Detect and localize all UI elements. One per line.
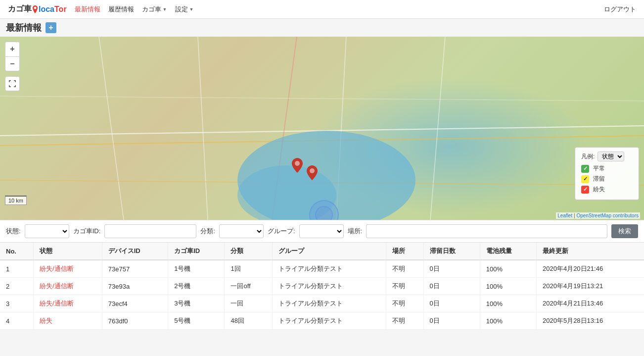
page-title: 最新情報 — [6, 22, 42, 34]
col-device-id: デバイスID — [102, 243, 168, 260]
cell-cargo-id: 2号機 — [168, 278, 225, 295]
nav-current[interactable]: 最新情報 — [75, 5, 100, 14]
cell-no: 3 — [0, 295, 33, 312]
leaflet-link[interactable]: Leaflet — [557, 213, 572, 218]
legend-item-stay: ✓ 滞留 — [581, 175, 633, 183]
cell-device-id: 73ecf4 — [102, 295, 168, 312]
col-no: No. — [0, 243, 33, 260]
svg-point-12 — [310, 168, 315, 173]
table-row[interactable]: 4 紛失 763df0 5号機 48回 トライアル分類テスト 不明 0日 100… — [0, 312, 644, 330]
table-row[interactable]: 3 紛失/通信断 73ecf4 3号機 一回 トライアル分類テスト 不明 0日 … — [0, 295, 644, 312]
settings-dropdown-arrow-icon: ▼ — [189, 7, 194, 12]
cargo-id-filter-input[interactable] — [104, 224, 196, 238]
map-zoom-controls: + − — [5, 42, 20, 71]
cell-cargo-id: 5号機 — [168, 312, 225, 330]
cell-status: 紛失/通信断 — [33, 260, 102, 278]
add-tab-button[interactable]: + — [46, 22, 56, 33]
search-button[interactable]: 検索 — [611, 224, 638, 238]
col-stay-days: 滞留日数 — [423, 243, 480, 260]
legend-type-select[interactable]: 状態 — [598, 152, 624, 161]
logo: カゴ車 locaTor — [8, 4, 67, 14]
col-cargo-id: カゴ車ID — [168, 243, 225, 260]
nav-history[interactable]: 履歴情報 — [108, 5, 134, 14]
svg-line-3 — [198, 37, 208, 220]
zoom-in-button[interactable]: + — [5, 42, 20, 56]
cell-cargo-id: 1号機 — [168, 260, 225, 278]
legend-checkbox-stay[interactable]: ✓ — [581, 175, 589, 183]
legend-label: 凡例: — [581, 153, 595, 161]
cell-stay-days: 0日 — [423, 278, 480, 295]
cell-place: 不明 — [386, 312, 423, 330]
cell-stay-days: 0日 — [423, 260, 480, 278]
legend-label-normal: 平常 — [593, 164, 605, 173]
cell-last-update: 2020年4月21日13:46 — [536, 295, 644, 312]
map-roads-overlay — [0, 37, 644, 220]
cell-last-update: 2020年5月28日13:16 — [536, 312, 644, 330]
col-battery: 電池残量 — [480, 243, 536, 260]
place-filter-label: 場所: — [348, 227, 363, 236]
logo-pin-icon — [32, 5, 38, 13]
status-filter-select[interactable] — [25, 224, 69, 238]
filter-bar: 状態: カゴ車ID: 分類: グループ: 場所: 検索 — [0, 220, 644, 243]
cell-device-id: 763df0 — [102, 312, 168, 330]
svg-point-11 — [295, 161, 300, 166]
map-background — [0, 37, 644, 220]
nav-cargo-dropdown[interactable]: カゴ車 ▼ — [142, 5, 167, 14]
legend-checkbox-lost[interactable]: ✓ — [581, 186, 589, 194]
map-container[interactable]: + − 10 km 凡例: 状態 ✓ 平常 — [0, 37, 644, 220]
cell-place: 不明 — [386, 295, 423, 312]
osm-link[interactable]: OpenStreetMap contributors — [576, 213, 639, 218]
map-attribution: Leaflet | OpenStreetMap contributors — [556, 212, 640, 219]
cell-battery: 100% — [480, 295, 536, 312]
cell-battery: 100% — [480, 312, 536, 330]
fullscreen-button[interactable] — [5, 76, 20, 91]
cell-group: トライアル分類テスト — [273, 295, 386, 312]
cell-group: トライアル分類テスト — [273, 260, 386, 278]
col-group: グループ — [273, 243, 386, 260]
col-status: 状態 — [33, 243, 102, 260]
svg-line-2 — [99, 37, 124, 220]
col-category: 分類 — [225, 243, 273, 260]
cell-device-id: 73e757 — [102, 260, 168, 278]
nav-settings-dropdown[interactable]: 設定 ▼ — [175, 5, 194, 14]
cell-cargo-id: 3号機 — [168, 295, 225, 312]
cell-battery: 100% — [480, 278, 536, 295]
cell-place: 不明 — [386, 260, 423, 278]
logout-button[interactable]: ログアウト — [604, 5, 636, 14]
legend-checkbox-normal[interactable]: ✓ — [581, 165, 589, 173]
header: カゴ車 locaTor 最新情報 履歴情報 カゴ車 ▼ 設定 ▼ ログアウト — [0, 0, 644, 19]
legend-item-lost: ✓ 紛失 — [581, 185, 633, 194]
map-scale: 10 km — [5, 196, 27, 205]
page-title-bar: 最新情報 + — [0, 19, 644, 37]
category-filter-select[interactable] — [219, 224, 264, 238]
cell-status: 紛失 — [33, 312, 102, 330]
col-last-update: 最終更新 — [536, 243, 644, 260]
cell-category: 1回 — [225, 260, 273, 278]
table-row[interactable]: 1 紛失/通信断 73e757 1号機 1回 トライアル分類テスト 不明 0日 … — [0, 260, 644, 278]
table-container: No. 状態 デバイスID カゴ車ID 分類 グループ 場所 滞留日数 電池残量… — [0, 243, 644, 330]
cell-no: 1 — [0, 260, 33, 278]
table-row[interactable]: 2 紛失/通信断 73e93a 2号機 一回off トライアル分類テスト 不明 … — [0, 278, 644, 295]
cell-place: 不明 — [386, 278, 423, 295]
map-marker-1[interactable] — [292, 158, 303, 174]
zoom-out-button[interactable]: − — [5, 56, 20, 71]
group-filter-label: グループ: — [268, 227, 295, 236]
cell-category: 一回 — [225, 295, 273, 312]
cell-no: 2 — [0, 278, 33, 295]
legend-item-normal: ✓ 平常 — [581, 164, 633, 173]
svg-line-7 — [0, 96, 644, 101]
cell-group: トライアル分類テスト — [273, 278, 386, 295]
cargo-id-filter-label: カゴ車ID: — [73, 227, 101, 236]
legend-label-lost: 紛失 — [593, 185, 605, 194]
status-filter-label: 状態: — [6, 227, 21, 236]
map-legend: 凡例: 状態 ✓ 平常 ✓ 滞留 ✓ 紛失 — [575, 147, 639, 200]
map-marker-2[interactable] — [307, 165, 318, 182]
cell-battery: 100% — [480, 260, 536, 278]
data-table: No. 状態 デバイスID カゴ車ID 分類 グループ 場所 滞留日数 電池残量… — [0, 243, 644, 330]
table-header: No. 状態 デバイスID カゴ車ID 分類 グループ 場所 滞留日数 電池残量… — [0, 243, 644, 260]
place-filter-input[interactable] — [366, 224, 607, 238]
cell-last-update: 2020年4月20日21:46 — [536, 260, 644, 278]
fullscreen-icon — [9, 80, 16, 87]
cell-last-update: 2020年4月19日13:21 — [536, 278, 644, 295]
group-filter-select[interactable] — [299, 224, 344, 238]
